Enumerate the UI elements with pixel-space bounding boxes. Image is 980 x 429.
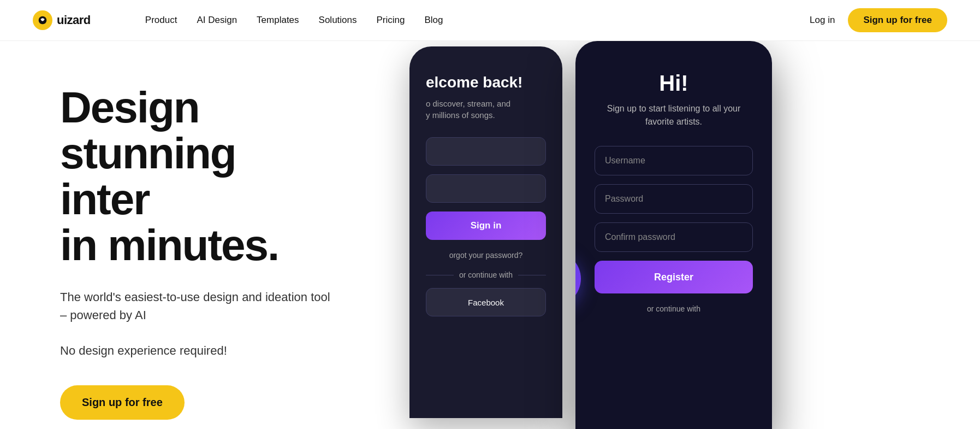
nav-pricing[interactable]: Pricing xyxy=(377,15,405,26)
phone2-inner: Hi! Sign up to start listening to all yo… xyxy=(575,41,772,330)
phone1-subtitle: o discover, stream, and y millions of so… xyxy=(426,98,546,121)
hero-title: Design stunning inter in minutes. xyxy=(60,85,377,268)
phone1-signin-button[interactable]: Sign in xyxy=(426,211,546,240)
phone2-register-button[interactable]: Register xyxy=(595,261,753,293)
nav-templates[interactable]: Templates xyxy=(257,15,299,26)
hero-title-line1: Design stunning xyxy=(60,83,236,178)
nav-product[interactable]: Product xyxy=(145,15,177,26)
phone2-or-divider: or continue with xyxy=(595,304,753,313)
phone1-password-input[interactable] xyxy=(426,174,546,203)
hero-title-line2: inter xyxy=(60,175,149,224)
logo-text: uizard xyxy=(57,13,91,27)
navbar: uizard Product AI Design Templates Solut… xyxy=(0,0,980,41)
nav-left: uizard Product AI Design Templates Solut… xyxy=(33,0,476,41)
uizard-icon-svg xyxy=(37,14,49,26)
nav-blog[interactable]: Blog xyxy=(424,15,443,26)
hero-description: The world's easiest-to-use design and id… xyxy=(60,288,333,324)
nav-solutions[interactable]: Solutions xyxy=(319,15,357,26)
hero-cta-button[interactable]: Sign up for free xyxy=(60,385,185,420)
phone1-facebook-button[interactable]: Facebook xyxy=(426,288,546,316)
phone1-inner: elcome back! o discover, stream, and y m… xyxy=(409,46,562,333)
phone2-username-input[interactable]: Username xyxy=(595,146,753,175)
phone2-hi: Hi! xyxy=(595,71,753,96)
phone2-password-input[interactable]: Password xyxy=(595,184,753,214)
phone2-confirm-input[interactable]: Confirm password xyxy=(595,222,753,252)
signup-button[interactable]: Sign up for free xyxy=(848,8,947,32)
phone2-subtitle: Sign up to start listening to all your f… xyxy=(595,102,753,128)
hero-no-experience: No design experience required! xyxy=(60,344,377,358)
phones-container: elcome back! o discover, stream, and y m… xyxy=(409,41,980,429)
hero-right: elcome back! o discover, stream, and y m… xyxy=(409,41,980,429)
logo[interactable]: uizard xyxy=(33,10,91,30)
nav-ai-design[interactable]: AI Design xyxy=(197,15,237,26)
nav-right: Log in Sign up for free xyxy=(810,8,947,32)
phone1-mockup: elcome back! o discover, stream, and y m… xyxy=(409,46,562,418)
hero-left: Design stunning inter in minutes. The wo… xyxy=(0,41,409,429)
logo-icon xyxy=(33,10,52,30)
hero-title-line3: in minutes. xyxy=(60,221,278,269)
phone1-email-input[interactable] xyxy=(426,137,546,166)
phone2-mockup: Hi! Sign up to start listening to all yo… xyxy=(575,41,772,429)
phone1-title: elcome back! xyxy=(426,74,546,91)
nav-links: Product AI Design Templates Solutions Pr… xyxy=(112,0,476,41)
phone1-forgot[interactable]: orgot your password? xyxy=(426,251,546,260)
phone1-or-divider: or continue with xyxy=(426,271,546,279)
login-button[interactable]: Log in xyxy=(810,15,835,26)
hero-section: Design stunning inter in minutes. The wo… xyxy=(0,41,980,429)
